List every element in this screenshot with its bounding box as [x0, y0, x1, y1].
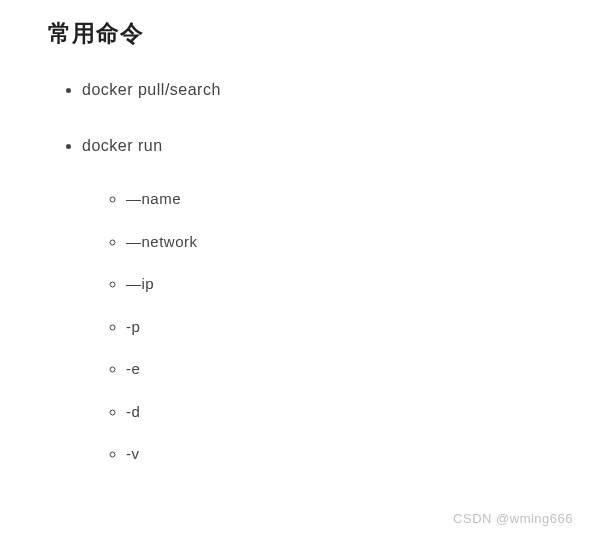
list-item: —name [126, 188, 543, 211]
command-list: docker pull/search docker run —name —net… [48, 77, 543, 466]
list-item-text: -p [126, 318, 140, 335]
list-item-text: docker pull/search [82, 81, 221, 98]
page-title: 常用命令 [48, 18, 543, 49]
list-item: docker pull/search [82, 77, 543, 103]
list-item: -e [126, 358, 543, 381]
list-item: -p [126, 316, 543, 339]
list-item: —ip [126, 273, 543, 296]
list-item: —network [126, 231, 543, 254]
list-item-text: docker run [82, 137, 163, 154]
watermark: CSDN @wming666 [453, 511, 573, 526]
list-item: -d [126, 401, 543, 424]
list-item-text: -d [126, 403, 140, 420]
list-item-text: -v [126, 445, 140, 462]
list-item: docker run —name —network —ip -p -e -d -… [82, 133, 543, 466]
list-item-text: —ip [126, 275, 154, 292]
list-item-text: —network [126, 233, 198, 250]
list-item-text: —name [126, 190, 181, 207]
list-item-text: -e [126, 360, 140, 377]
option-list: —name —network —ip -p -e -d -v [82, 188, 543, 466]
list-item: -v [126, 443, 543, 466]
